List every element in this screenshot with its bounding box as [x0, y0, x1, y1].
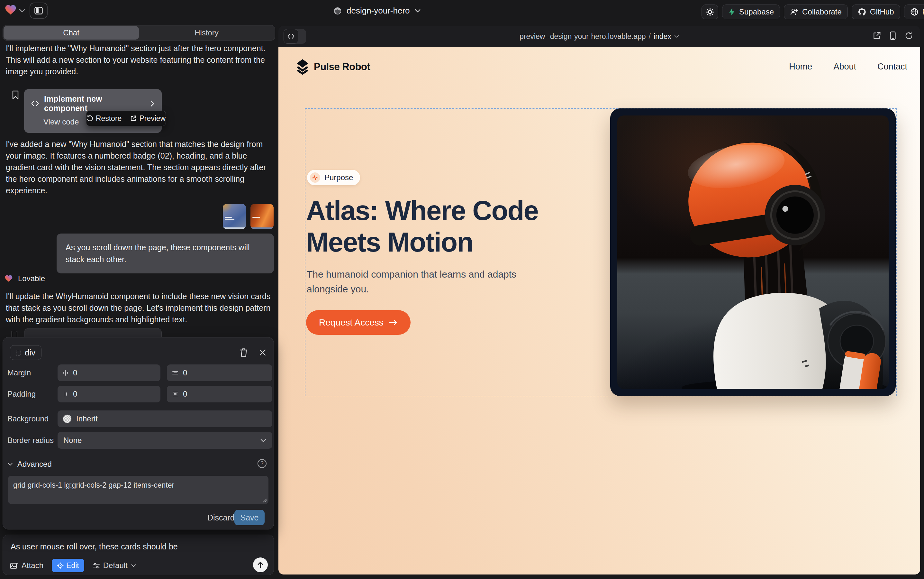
supabase-button[interactable]: Supabase — [722, 5, 780, 19]
publish-button[interactable]: Publish — [904, 5, 924, 19]
padding-y-input[interactable]: 0 — [167, 386, 272, 402]
top-bar: design-your-hero — [0, 0, 924, 25]
collaborate-label: Collaborate — [802, 7, 842, 16]
background-label: Background — [7, 411, 49, 427]
close-icon[interactable] — [259, 349, 266, 357]
heart-icon — [5, 5, 17, 15]
preview-button[interactable]: Preview — [130, 114, 166, 123]
settings-button[interactable] — [702, 5, 718, 19]
mode-selector[interactable]: Default — [93, 561, 136, 570]
tab-history[interactable]: History — [139, 26, 274, 39]
site-viewport: Pulse Robot Home About Contact Purpose — [278, 47, 920, 574]
collaborate-icon — [790, 8, 798, 16]
hero-subheading: The humanoid companion that learns and a… — [307, 267, 545, 296]
sidebar-toggle-button[interactable] — [29, 3, 47, 19]
sidebar-icon — [34, 7, 43, 15]
advanced-toggle[interactable]: Advanced — [7, 460, 52, 469]
assistant-header: Lovable — [5, 274, 45, 283]
chat-history-tabs: Chat History — [3, 25, 275, 41]
element-outline-icon — [16, 350, 21, 355]
attach-label: Attach — [21, 561, 43, 570]
project-switcher[interactable]: design-your-hero — [333, 6, 421, 16]
robot-image — [617, 116, 889, 389]
chevron-down-icon[interactable] — [19, 8, 26, 13]
external-link-icon — [130, 115, 136, 122]
edit-label: Edit — [66, 561, 79, 570]
bookmark-icon[interactable] — [11, 90, 19, 100]
cta-label: Request Access — [319, 317, 384, 328]
publish-globe-icon — [910, 8, 919, 16]
chat-composer: As user mouse roll over, these cards sho… — [3, 535, 274, 575]
open-in-new-tab-icon[interactable] — [873, 31, 881, 40]
background-input[interactable]: Inherit — [57, 411, 272, 427]
robot-illustration — [617, 116, 889, 389]
github-icon — [858, 8, 866, 16]
app-window: design-your-hero — [0, 0, 924, 579]
resize-handle-icon[interactable] — [262, 497, 267, 503]
nav-about[interactable]: About — [833, 62, 856, 72]
tab-chat-label: Chat — [63, 28, 79, 37]
chevron-down-icon — [674, 35, 679, 38]
sliders-icon — [93, 562, 100, 569]
attach-button[interactable]: Attach — [10, 561, 43, 570]
preview-toolbar: preview--design-your-hero.lovable.app / … — [278, 26, 920, 47]
margin-x-input[interactable]: 0 — [57, 365, 160, 381]
save-button[interactable]: Save — [234, 510, 264, 525]
lovable-logo[interactable] — [5, 5, 17, 15]
advanced-label: Advanced — [17, 460, 52, 469]
tab-chat[interactable]: Chat — [3, 26, 139, 39]
restore-icon — [87, 115, 93, 122]
padding-y-icon — [172, 391, 178, 397]
margin-y-icon — [172, 370, 178, 376]
brand-name: Pulse Robot — [314, 61, 370, 73]
attachment-thumbnail-orange[interactable] — [250, 204, 274, 229]
refresh-icon[interactable] — [905, 31, 913, 40]
margin-y-input[interactable]: 0 — [167, 365, 272, 381]
preview-label: Preview — [139, 114, 166, 123]
background-value: Inherit — [76, 414, 98, 423]
attachment-thumbnail-blue[interactable] — [223, 204, 246, 229]
assistant-name: Lovable — [18, 274, 45, 283]
trash-icon[interactable] — [240, 348, 248, 357]
padding-x-input[interactable]: 0 — [57, 386, 160, 402]
purpose-badge: Purpose — [307, 170, 360, 185]
preview-panel: preview--design-your-hero.lovable.app / … — [278, 26, 920, 574]
chevron-down-icon — [260, 438, 266, 443]
github-button[interactable]: GitHub — [852, 5, 900, 19]
classes-textarea[interactable]: grid grid-cols-1 lg:grid-cols-2 gap-12 i… — [8, 476, 268, 504]
mobile-view-icon[interactable] — [889, 31, 896, 40]
help-icon[interactable]: ? — [258, 459, 266, 468]
collaborate-button[interactable]: Collaborate — [784, 5, 848, 19]
supabase-icon — [728, 8, 735, 16]
gear-icon — [706, 8, 714, 16]
composer-input[interactable]: As user mouse roll over, these cards sho… — [11, 542, 178, 551]
badge-label: Purpose — [325, 173, 353, 182]
edit-mode-button[interactable]: Edit — [52, 559, 84, 572]
margin-y-value: 0 — [183, 368, 187, 377]
site-brand[interactable]: Pulse Robot — [296, 59, 370, 75]
preview-url-host: preview--design-your-hero.lovable.app — [519, 32, 646, 41]
request-access-button[interactable]: Request Access — [306, 310, 411, 335]
margin-label: Margin — [7, 365, 31, 381]
send-button[interactable] — [253, 558, 268, 572]
github-label: GitHub — [870, 7, 894, 16]
nav-contact[interactable]: Contact — [877, 62, 907, 72]
tab-history-label: History — [194, 28, 219, 37]
preview-url-bar[interactable]: preview--design-your-hero.lovable.app / … — [278, 26, 920, 47]
site-header: Pulse Robot Home About Contact — [278, 47, 920, 85]
chevron-down-icon — [7, 463, 13, 466]
restore-button[interactable]: Restore — [87, 114, 122, 123]
discard-button[interactable]: Discard — [207, 513, 235, 522]
user-message-bubble: As you scroll down the page, these compo… — [57, 234, 274, 273]
url-separator: / — [649, 32, 651, 41]
hero-heading: Atlas: Where Code Meets Motion — [306, 195, 538, 258]
assistant-message: I've added a new "Why Humanoid" section … — [6, 138, 273, 196]
implement-component-card-partial[interactable] — [24, 328, 162, 338]
selected-element-tag[interactable]: div — [10, 345, 41, 360]
publish-label: Publish — [922, 7, 924, 16]
target-icon — [57, 562, 64, 569]
component-card-title: Implement new component — [44, 94, 145, 113]
nav-home[interactable]: Home — [789, 62, 812, 72]
heart-icon — [5, 275, 13, 283]
border-radius-select[interactable]: None — [57, 432, 272, 449]
